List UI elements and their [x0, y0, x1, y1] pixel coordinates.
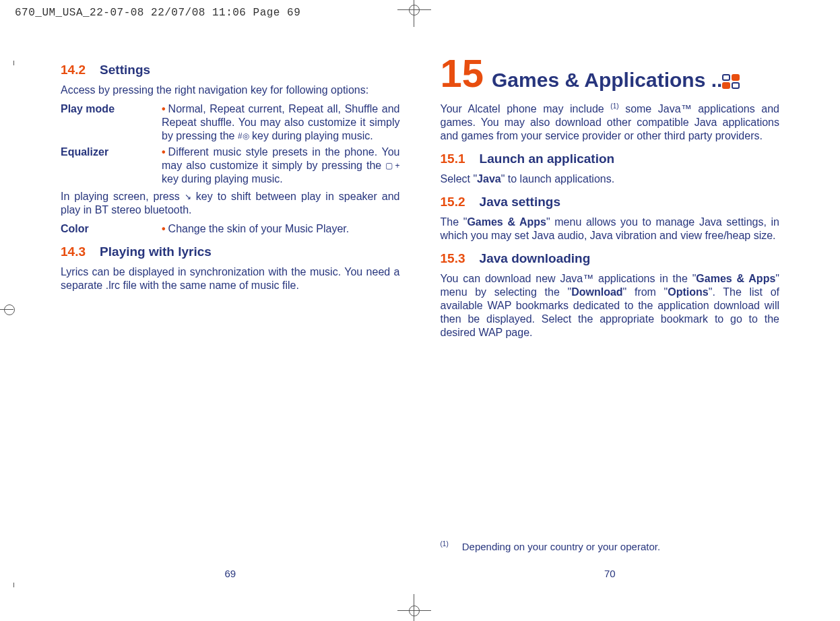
section-number: 15.2: [441, 195, 465, 209]
page-right: 15 Games & Applications .. Your Alcatel …: [441, 54, 780, 581]
page-number-left: 69: [61, 568, 400, 581]
section-title: Java downloading: [480, 251, 591, 265]
inplay-text-a: In playing screen, press: [61, 191, 185, 202]
s153-bold3: Options: [668, 286, 708, 298]
send-key-icon: ↘: [185, 192, 191, 202]
equalizer-text-b: key during playing music.: [162, 173, 283, 185]
chapter-heading: 15 Games & Applications ..: [441, 54, 780, 93]
section-15-3-heading: 15.3 Java downloading: [441, 251, 780, 267]
crop-mark-left-circle: [4, 304, 15, 315]
footnote-text: Depending on your country or your operat…: [462, 541, 660, 552]
playmode-text-b: key during playing music.: [249, 130, 373, 141]
equalizer-label: Equalizer: [61, 145, 162, 186]
playmode-row: Play mode •Normal, Repeat current, Repea…: [61, 102, 400, 143]
section-number: 15.3: [441, 251, 465, 265]
inplay-note: In playing screen, press ↘ key to shift …: [61, 190, 400, 217]
section-title: Java settings: [480, 195, 560, 209]
hash-key-icon: #◎: [238, 131, 249, 141]
intro-a: Your Alcatel phone may include: [441, 103, 611, 115]
crop-mark-corner: [13, 61, 14, 65]
print-meta-header: 670_UM_USA_22-07-08 22/07/08 11:06 Page …: [15, 7, 300, 19]
s153-a: You can download new Java™ applications …: [441, 273, 697, 284]
footnote-ref: (1): [610, 102, 618, 110]
equalizer-text-a: Different music style presets in the pho…: [162, 146, 400, 171]
color-row: Color •Change the skin of your Music Pla…: [61, 222, 400, 236]
footnote-marker: (1): [441, 540, 449, 548]
bullet-icon: •: [162, 146, 166, 158]
section-15-2-text: The "Games & Apps" menu allows you to ma…: [441, 216, 780, 242]
section-title: Settings: [100, 63, 150, 77]
section-14-2-heading: 14.2 Settings: [61, 62, 400, 78]
chapter-number: 15: [441, 54, 484, 93]
bullet-icon: •: [162, 103, 166, 115]
zero-plus-key-icon: ▢ +: [385, 161, 399, 171]
section-15-3-text: You can download new Java™ applications …: [441, 272, 780, 339]
playmode-label: Play mode: [61, 102, 162, 143]
section-number: 14.2: [61, 63, 86, 77]
color-value: •Change the skin of your Music Player.: [162, 222, 400, 236]
playmode-value: •Normal, Repeat current, Repeat all, Shu…: [162, 102, 400, 143]
equalizer-row: Equalizer •Different music style presets…: [61, 145, 400, 186]
footnote: (1)Depending on your country or your ope…: [441, 540, 661, 554]
s153-bold1: Games & Apps: [696, 273, 775, 284]
s152-bold1: Games & Apps: [467, 216, 546, 228]
page-left: 14.2 Settings Access by pressing the rig…: [61, 54, 400, 581]
section-number: 14.3: [61, 244, 86, 259]
s151-a: Select ": [441, 173, 478, 185]
section-15-1-text: Select "Java" to launch applications.: [441, 172, 780, 186]
section-title: Launch an application: [480, 152, 615, 166]
section-title: Playing with lyrics: [100, 244, 212, 259]
chapter-intro: Your Alcatel phone may include (1) some …: [441, 102, 780, 143]
chapter-title-text: Games & Applications ..: [492, 69, 722, 91]
section-number: 15.1: [441, 152, 465, 166]
s153-c: " from ": [623, 286, 668, 298]
color-label: Color: [61, 222, 162, 236]
bullet-icon: •: [162, 223, 166, 234]
s152-a: The ": [441, 216, 467, 228]
equalizer-value: •Different music style presets in the ph…: [162, 145, 400, 186]
chapter-title: Games & Applications ..: [492, 67, 779, 93]
s151-bold: Java: [477, 173, 501, 185]
s153-bold2: Download: [571, 286, 622, 298]
apps-grid-icon: [722, 74, 740, 89]
page-number-right: 70: [441, 568, 780, 581]
section-14-3-heading: 14.3 Playing with lyrics: [61, 244, 400, 260]
section-15-1-heading: 15.1 Launch an application: [441, 151, 780, 167]
section-15-2-heading: 15.2 Java settings: [441, 194, 780, 210]
crop-mark-bottom: [404, 601, 424, 621]
crop-mark-top: [404, 0, 424, 20]
s151-b: " to launch applications.: [501, 173, 614, 185]
section-14-3-text: Lyrics can be displayed in synchronizati…: [61, 265, 400, 292]
color-text: Change the skin of your Music Player.: [168, 223, 350, 234]
crop-mark-corner-bl: [13, 583, 14, 587]
section-14-2-intro: Access by pressing the right navigation …: [61, 84, 400, 97]
